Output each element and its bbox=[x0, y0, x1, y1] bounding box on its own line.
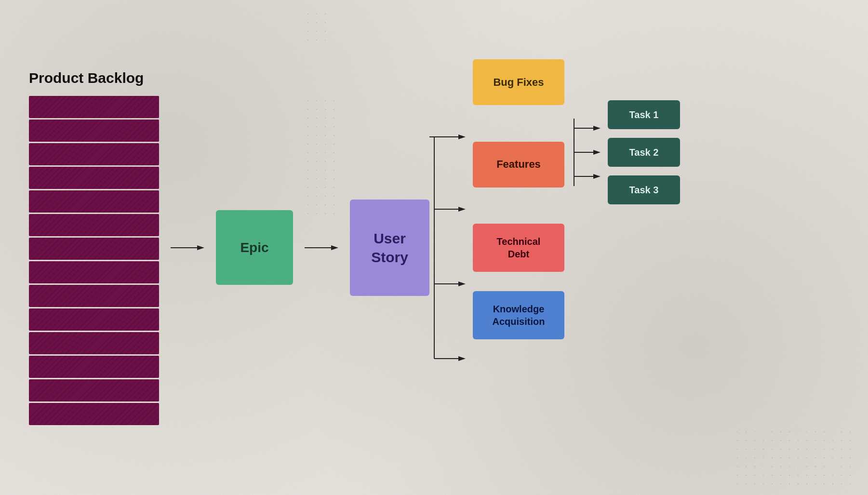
svg-marker-20 bbox=[593, 174, 601, 179]
task3-label: Task 3 bbox=[629, 185, 659, 196]
arrow-backlog-to-epic bbox=[159, 243, 216, 253]
diagram-container: Product Backlog Epic bbox=[0, 0, 868, 495]
svg-marker-18 bbox=[593, 150, 601, 155]
user-story-box: User Story bbox=[350, 200, 429, 296]
backlog-stack bbox=[29, 96, 159, 425]
arrow-svg bbox=[305, 243, 338, 253]
backlog-item bbox=[29, 143, 159, 165]
svg-marker-3 bbox=[331, 245, 338, 250]
backlog-item bbox=[29, 261, 159, 283]
bug-fixes-row: Bug Fixes bbox=[473, 59, 680, 105]
backlog-item bbox=[29, 379, 159, 401]
svg-marker-16 bbox=[593, 126, 601, 131]
backlog-title: Product Backlog bbox=[29, 70, 144, 86]
backlog-item bbox=[29, 190, 159, 213]
knowledge-row: Knowledge Acquisition bbox=[473, 291, 680, 339]
backlog-item bbox=[29, 308, 159, 331]
features-label: Features bbox=[496, 158, 541, 171]
svg-marker-7 bbox=[458, 134, 466, 139]
features-box: Features bbox=[473, 142, 564, 187]
svg-marker-13 bbox=[458, 356, 466, 361]
backlog-item bbox=[29, 167, 159, 189]
arrow-epic-to-userstory bbox=[293, 243, 350, 253]
task2-box: Task 2 bbox=[608, 138, 680, 167]
epic-label: Epic bbox=[240, 240, 268, 255]
backlog-item bbox=[29, 356, 159, 378]
user-story-label: User Story bbox=[371, 229, 408, 267]
svg-marker-1 bbox=[197, 245, 204, 250]
branch-connector-area bbox=[429, 98, 473, 397]
branch-lines-svg bbox=[429, 98, 473, 397]
knowledge-box: Knowledge Acquisition bbox=[473, 291, 564, 339]
categories-column: Bug Fixes Features bbox=[473, 59, 680, 339]
backlog-item bbox=[29, 285, 159, 307]
task1-row: Task 1 bbox=[608, 100, 680, 129]
backlog-item bbox=[29, 238, 159, 260]
backlog-item bbox=[29, 120, 159, 142]
features-to-tasks-connector bbox=[564, 128, 608, 201]
knowledge-label: Knowledge Acquisition bbox=[493, 303, 545, 328]
task1-box: Task 1 bbox=[608, 100, 680, 129]
svg-marker-11 bbox=[458, 281, 466, 286]
tech-debt-label: Technical Debt bbox=[497, 235, 541, 260]
backlog-item bbox=[29, 403, 159, 425]
backlog-item bbox=[29, 214, 159, 236]
backlog-section: Product Backlog bbox=[29, 70, 159, 425]
task3-row: Task 3 bbox=[608, 175, 680, 204]
tech-debt-box: Technical Debt bbox=[473, 224, 564, 272]
tasks-branch-svg bbox=[564, 104, 608, 201]
task2-row: Task 2 bbox=[608, 138, 680, 167]
tech-debt-row: Technical Debt bbox=[473, 224, 680, 272]
tasks-column: Task 1 Task 2 Task 3 bbox=[608, 100, 680, 204]
task1-label: Task 1 bbox=[629, 109, 659, 120]
task3-box: Task 3 bbox=[608, 175, 680, 204]
svg-marker-9 bbox=[458, 207, 466, 212]
backlog-item bbox=[29, 96, 159, 118]
arrow-svg bbox=[171, 243, 204, 253]
bug-fixes-box: Bug Fixes bbox=[473, 59, 564, 105]
backlog-item bbox=[29, 332, 159, 354]
epic-box: Epic bbox=[216, 210, 293, 285]
bug-fixes-label: Bug Fixes bbox=[493, 76, 544, 89]
features-row: Features bbox=[473, 124, 680, 204]
task2-label: Task 2 bbox=[629, 147, 659, 158]
